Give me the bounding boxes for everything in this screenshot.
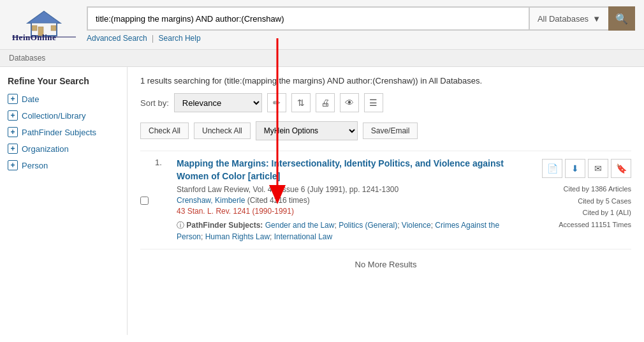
db-selector-label: All Databases bbox=[538, 14, 589, 24]
result-item: 1. Mapping the Margins: Intersectionalit… bbox=[140, 151, 631, 249]
plus-icon-collection: + bbox=[8, 110, 18, 121]
email-button[interactable]: ✉ bbox=[588, 159, 608, 178]
sort-label: Sort by: bbox=[140, 98, 169, 108]
separator: | bbox=[152, 34, 156, 43]
pf-subject-gender[interactable]: Gender and the Law bbox=[265, 221, 335, 230]
plus-icon-organization: + bbox=[8, 144, 18, 154]
result-body: Mapping the Margins: Intersectionality, … bbox=[177, 158, 510, 242]
check-all-button[interactable]: Check All bbox=[140, 123, 189, 139]
myh-options-select[interactable]: MyHein Options bbox=[256, 121, 358, 140]
cited-cases: Cited by 5 Cases bbox=[559, 195, 631, 207]
results-text: 1 results searching for (title:(mapping … bbox=[140, 76, 482, 86]
no-more-label: No More Results bbox=[355, 260, 417, 269]
result-checkbox[interactable] bbox=[140, 159, 149, 242]
binoculars-button[interactable]: 👁 bbox=[340, 93, 359, 112]
pf-subject-politics[interactable]: Politics (General) bbox=[339, 221, 397, 230]
cited-articles: Cited by 1386 Articles bbox=[559, 183, 631, 195]
breadcrumb: Databases bbox=[0, 50, 644, 67]
sidebar-label-pathfinder: PathFinder Subjects bbox=[22, 128, 96, 137]
svg-marker-1 bbox=[28, 11, 60, 23]
uncheck-all-button[interactable]: Uncheck All bbox=[194, 123, 251, 139]
plus-icon-person: + bbox=[8, 160, 18, 170]
sidebar-item-person[interactable]: + Person bbox=[8, 160, 119, 170]
search-input[interactable] bbox=[87, 6, 529, 31]
result-pathfinder: ⓘ PathFinder Subjects: Gender and the La… bbox=[177, 219, 510, 242]
list-view-button[interactable]: ☰ bbox=[364, 93, 383, 112]
search-button[interactable]: 🔍 bbox=[608, 6, 635, 31]
result-actions: 📄 ⬇ ✉ 🔖 Cited by 1386 Articles Cited by … bbox=[516, 158, 631, 242]
svg-rect-3 bbox=[32, 26, 37, 31]
sort-toggle-button[interactable]: ⇅ bbox=[291, 93, 311, 112]
pf-subject-international[interactable]: International Law bbox=[274, 232, 332, 241]
pf-subject-humanrights[interactable]: Human Rights Law bbox=[205, 232, 270, 241]
cited-stats: Cited by 1386 Articles Cited by 5 Cases … bbox=[559, 183, 631, 231]
download-button[interactable]: ⬇ bbox=[565, 159, 585, 178]
info-icon: ⓘ bbox=[177, 221, 184, 230]
save-email-button[interactable]: Save/Email bbox=[363, 123, 418, 139]
sort-select[interactable]: Relevance Date Ascending Date Descending… bbox=[174, 93, 262, 112]
sidebar-item-collection[interactable]: + Collection/Library bbox=[8, 110, 119, 121]
author-cited-count: (Cited 4216 times) bbox=[247, 196, 310, 205]
sidebar-label-collection: Collection/Library bbox=[22, 111, 85, 121]
sidebar-item-pathfinder[interactable]: + PathFinder Subjects bbox=[8, 127, 119, 137]
cited-ali: Cited by 1 (ALI) bbox=[559, 207, 631, 219]
sidebar-label-organization: Organization bbox=[22, 144, 69, 154]
results-summary: 1 results searching for (title:(mapping … bbox=[140, 76, 631, 86]
result-journal: Stanford Law Review, Vol. 43, Issue 6 (J… bbox=[177, 185, 510, 194]
sidebar: Refine Your Search + Date + Collection/L… bbox=[0, 67, 128, 335]
advanced-search-link[interactable]: Advanced Search bbox=[87, 34, 147, 43]
print-button[interactable]: 🖨 bbox=[316, 93, 335, 112]
logo: HeinOnline bbox=[9, 9, 79, 41]
accessed-count: Accessed 11151 Times bbox=[559, 219, 631, 231]
action-icons: 📄 ⬇ ✉ 🔖 bbox=[542, 159, 631, 178]
pf-subject-violence[interactable]: Violence bbox=[402, 221, 431, 230]
sidebar-item-date[interactable]: + Date bbox=[8, 94, 119, 104]
search-links: Advanced Search | Search Help bbox=[87, 34, 635, 43]
result-number: 1. bbox=[155, 158, 170, 242]
bookmark-button[interactable]: 🔖 bbox=[611, 159, 631, 178]
db-selector[interactable]: All Databases ▼ bbox=[529, 6, 608, 31]
sidebar-label-person: Person bbox=[22, 161, 48, 170]
content-area: 1 results searching for (title:(mapping … bbox=[128, 67, 644, 335]
main-layout: Refine Your Search + Date + Collection/L… bbox=[0, 67, 644, 335]
search-icon: 🔍 bbox=[615, 13, 628, 25]
pdf-button[interactable]: 📄 bbox=[542, 159, 562, 178]
chevron-down-icon: ▼ bbox=[592, 14, 601, 24]
sidebar-item-organization[interactable]: + Organization bbox=[8, 144, 119, 154]
check-row: Check All Uncheck All MyHein Options Sav… bbox=[140, 121, 631, 140]
sidebar-title: Refine Your Search bbox=[8, 76, 119, 86]
breadcrumb-label: Databases bbox=[9, 54, 45, 63]
search-help-link[interactable]: Search Help bbox=[159, 34, 201, 43]
author-link[interactable]: Crenshaw, Kimberle bbox=[177, 196, 245, 205]
sidebar-label-date: Date bbox=[22, 94, 39, 104]
search-row: All Databases ▼ 🔍 bbox=[87, 6, 635, 31]
edit-button[interactable]: ✏ bbox=[267, 93, 286, 112]
result-title[interactable]: Mapping the Margins: Intersectionality, … bbox=[177, 158, 510, 182]
search-bar-wrapper: All Databases ▼ 🔍 Advanced Search | Sear… bbox=[87, 6, 635, 43]
result-citation: 43 Stan. L. Rev. 1241 (1990-1991) bbox=[177, 207, 510, 216]
header: HeinOnline All Databases ▼ 🔍 Advanced Se… bbox=[0, 0, 644, 50]
no-more-results: No More Results bbox=[140, 249, 631, 279]
plus-icon-pathfinder: + bbox=[8, 127, 18, 137]
result-author: Crenshaw, Kimberle (Cited 4216 times) bbox=[177, 196, 510, 205]
pathfinder-label: PathFinder Subjects: bbox=[186, 221, 263, 230]
plus-icon-date: + bbox=[8, 94, 18, 104]
sort-row: Sort by: Relevance Date Ascending Date D… bbox=[140, 93, 631, 112]
svg-rect-4 bbox=[51, 26, 56, 31]
